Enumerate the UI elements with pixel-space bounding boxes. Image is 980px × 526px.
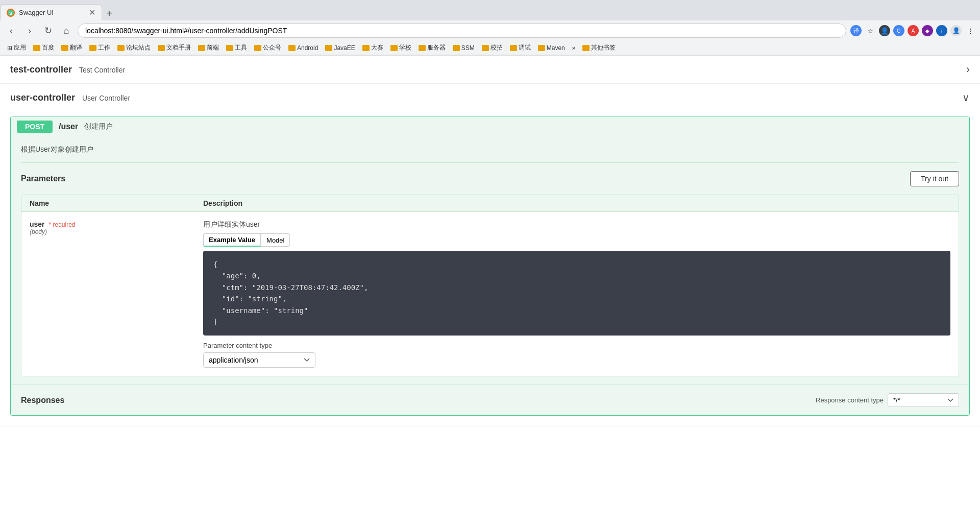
model-tab[interactable]: Model bbox=[261, 233, 290, 247]
reload-button[interactable]: ↻ bbox=[41, 23, 55, 38]
code-block-content: { "age": 0, "ctm": "2019-03-27T08:47:42.… bbox=[213, 259, 940, 327]
endpoint-body: 根据User对象创建用户 Parameters Try it out Name … bbox=[11, 137, 969, 385]
response-content-type-group: Response content type */* bbox=[816, 393, 959, 407]
bookmark-star-icon[interactable]: ☆ bbox=[865, 25, 876, 36]
extension-icon1[interactable]: G bbox=[893, 25, 904, 36]
endpoint-summary: 创建用户 bbox=[84, 122, 113, 131]
parameters-table: Name Description user * required (body) bbox=[21, 195, 959, 376]
bookmark-school[interactable]: 学校 bbox=[387, 42, 414, 53]
address-bar[interactable] bbox=[78, 23, 846, 38]
page-content: test-controller Test Controller › user-c… bbox=[0, 56, 980, 515]
code-block: { "age": 0, "ctm": "2019-03-27T08:47:42.… bbox=[203, 251, 950, 336]
content-type-select[interactable]: application/json bbox=[203, 352, 315, 368]
try-it-out-button[interactable]: Try it out bbox=[910, 171, 959, 186]
col-name-header: Name bbox=[30, 199, 203, 207]
bookmark-javaee[interactable]: JavaEE bbox=[322, 43, 358, 53]
extension-icon2[interactable]: A bbox=[908, 25, 919, 36]
bookmark-tools[interactable]: 工具 bbox=[223, 42, 250, 53]
bookmark-translate[interactable]: 翻译 bbox=[58, 42, 85, 53]
content-type-label: Parameter content type bbox=[203, 342, 950, 349]
bookmark-baidu[interactable]: 百度 bbox=[30, 42, 57, 53]
extension-icon4[interactable]: i bbox=[936, 25, 947, 36]
bookmark-frontend[interactable]: 前端 bbox=[195, 42, 222, 53]
user-controller-chevron: ∨ bbox=[962, 91, 970, 104]
endpoint-path: /user bbox=[59, 122, 78, 131]
bookmark-ssm[interactable]: SSM bbox=[450, 43, 478, 53]
browser-tab[interactable]: S Swagger UI ✕ bbox=[0, 4, 102, 20]
table-row: user * required (body) 用户详细实体user Exampl… bbox=[21, 212, 959, 376]
new-tab-button[interactable]: + bbox=[102, 6, 116, 20]
param-desc-text: 用户详细实体user bbox=[203, 220, 950, 229]
bookmark-work[interactable]: 工作 bbox=[86, 42, 113, 53]
bookmark-forum[interactable]: 论坛站点 bbox=[114, 42, 154, 53]
bookmark-server[interactable]: 服务器 bbox=[415, 42, 449, 53]
parameters-title: Parameters bbox=[21, 174, 65, 183]
endpoint-header[interactable]: POST /user 创建用户 bbox=[11, 116, 969, 137]
bookmark-recruit[interactable]: 校招 bbox=[479, 42, 506, 53]
bookmark-more[interactable]: » bbox=[569, 43, 579, 53]
param-description-col: 用户详细实体user Example Value Model { "age": … bbox=[203, 220, 950, 368]
param-required-badge: * required bbox=[48, 221, 75, 228]
bookmark-maven[interactable]: Maven bbox=[535, 43, 568, 53]
responses-header: Responses Response content type */* bbox=[21, 393, 959, 407]
method-badge: POST bbox=[17, 121, 53, 133]
bookmark-wechat[interactable]: 公众号 bbox=[251, 42, 284, 53]
bookmark-android[interactable]: Android bbox=[285, 43, 321, 53]
extension-icon3[interactable]: ◆ bbox=[922, 25, 933, 36]
tab-favicon: S bbox=[7, 9, 15, 17]
param-name: user bbox=[30, 220, 45, 228]
user-controller-section: user-controller User Controller ∨ POST /… bbox=[0, 84, 980, 426]
tab-title: Swagger UI bbox=[19, 9, 85, 16]
user-controller-header[interactable]: user-controller User Controller ∨ bbox=[0, 84, 980, 111]
menu-icon[interactable]: ⋮ bbox=[965, 25, 976, 36]
param-location: (body) bbox=[30, 228, 203, 235]
bookmark-apps[interactable]: ⊞ 应用 bbox=[4, 42, 29, 53]
test-controller-section: test-controller Test Controller › bbox=[0, 56, 980, 84]
user-avatar[interactable]: 👤 bbox=[950, 25, 962, 36]
bookmarks-bar: ⊞ 应用 百度 翻译 工作 论坛站点 文档手册 前端 工具 bbox=[0, 41, 980, 55]
test-controller-title: test-controller Test Controller bbox=[10, 64, 125, 75]
response-content-type-select[interactable]: */* bbox=[888, 393, 959, 407]
post-user-endpoint: POST /user 创建用户 根据User对象创建用户 Parameters … bbox=[10, 116, 970, 416]
params-table-header: Name Description bbox=[21, 195, 959, 212]
example-value-tab[interactable]: Example Value bbox=[203, 233, 261, 247]
tab-close-button[interactable]: ✕ bbox=[89, 9, 95, 17]
param-name-col: user * required (body) bbox=[30, 220, 203, 368]
translate-icon[interactable]: 译 bbox=[850, 25, 862, 36]
home-button[interactable]: ⌂ bbox=[59, 23, 74, 38]
forward-button[interactable]: › bbox=[22, 23, 37, 38]
response-content-type-label: Response content type bbox=[816, 396, 884, 404]
user-controller-title-group: user-controller User Controller bbox=[10, 92, 130, 103]
svg-text:S: S bbox=[9, 11, 12, 16]
responses-title: Responses bbox=[21, 396, 64, 405]
endpoint-description: 根据User对象创建用户 bbox=[21, 145, 959, 163]
bookmark-other[interactable]: 其他书签 bbox=[579, 42, 619, 53]
bookmark-docs[interactable]: 文档手册 bbox=[155, 42, 194, 53]
test-controller-header[interactable]: test-controller Test Controller › bbox=[0, 56, 980, 84]
col-description-header: Description bbox=[203, 199, 950, 207]
responses-section: Responses Response content type */* bbox=[11, 385, 969, 415]
param-name-line: user * required bbox=[30, 220, 203, 228]
example-tabs: Example Value Model bbox=[203, 233, 950, 247]
back-button[interactable]: ‹ bbox=[4, 23, 18, 38]
test-controller-chevron: › bbox=[966, 63, 970, 76]
bookmark-competition[interactable]: 大赛 bbox=[359, 42, 386, 53]
parameters-header: Parameters Try it out bbox=[21, 171, 959, 186]
profile-icon[interactable]: 👤 bbox=[879, 25, 890, 36]
bookmark-debug[interactable]: 调试 bbox=[507, 42, 534, 53]
